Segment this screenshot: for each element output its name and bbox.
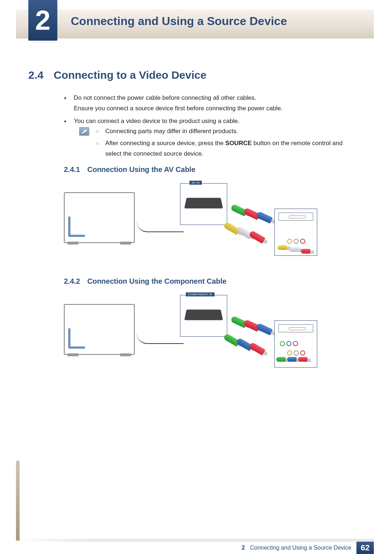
- display-back-illustration: [64, 304, 135, 355]
- subsection-heading: 2.4.2 Connection Using the Component Cab…: [64, 277, 226, 286]
- subsection-title: Connection Using the AV Cable: [87, 165, 195, 174]
- bullet-list: ● Do not connect the power cable before …: [64, 93, 356, 129]
- note-icon: [79, 127, 89, 136]
- bullet-text: Do not connect the power cable before co…: [74, 93, 283, 114]
- bullet-text: You can connect a video device to the pr…: [74, 116, 240, 127]
- av-cable-diagram: AV IN: [64, 181, 318, 265]
- footer-chapter-number: 2: [242, 545, 245, 551]
- subsection-heading: 2.4.1 Connection Using the AV Cable: [64, 165, 195, 174]
- list-item: ● You can connect a video device to the …: [64, 116, 356, 127]
- source-device-callout: [274, 320, 317, 368]
- source-device-callout: [274, 209, 317, 256]
- page-number: 62: [361, 543, 369, 553]
- side-accent: [16, 461, 20, 541]
- port-label: AV IN: [189, 181, 202, 185]
- chapter-number-badge: 2: [28, 0, 57, 41]
- page-footer: 2 Connecting and Using a Source Device 6…: [16, 539, 374, 554]
- display-back-illustration: [64, 192, 135, 243]
- list-item: ● Do not connect the power cable before …: [64, 93, 356, 114]
- port-label: COMPONENT IN: [186, 292, 215, 296]
- bullet-icon: ●: [64, 118, 66, 127]
- chapter-number: 2: [35, 7, 50, 34]
- component-cable-diagram: COMPONENT IN: [64, 293, 318, 377]
- dvd-player-illustration: [278, 213, 313, 221]
- footer-chapter-title: Connecting and Using a Source Device: [250, 545, 351, 551]
- section-title: Connecting to a Video Device: [54, 69, 207, 81]
- adapter-illustration: [184, 198, 223, 208]
- subsection-title: Connection Using the Component Cable: [87, 277, 226, 286]
- note-text: After connecting a source device, press …: [105, 138, 356, 159]
- adapter-illustration: [184, 309, 223, 320]
- note-text: Connecting parts may differ in different…: [105, 126, 238, 137]
- dvd-player-illustration: [278, 324, 313, 332]
- page-number-badge: 62: [356, 542, 374, 554]
- subsection-number: 2.4.2: [64, 277, 80, 286]
- bullet-icon: ●: [64, 94, 66, 114]
- subsection-number: 2.4.1: [64, 165, 80, 174]
- section-heading: 2.4 Connecting to a Video Device: [28, 69, 207, 81]
- section-number: 2.4: [28, 69, 44, 81]
- square-bullet-icon: □: [97, 128, 99, 137]
- list-item: □ Connecting parts may differ in differe…: [97, 126, 356, 137]
- square-bullet-icon: □: [97, 140, 99, 159]
- chapter-title: Connecting and Using a Source Device: [71, 15, 287, 28]
- list-item: □ After connecting a source device, pres…: [97, 138, 356, 159]
- note-block: □ Connecting parts may differ in differe…: [79, 126, 356, 161]
